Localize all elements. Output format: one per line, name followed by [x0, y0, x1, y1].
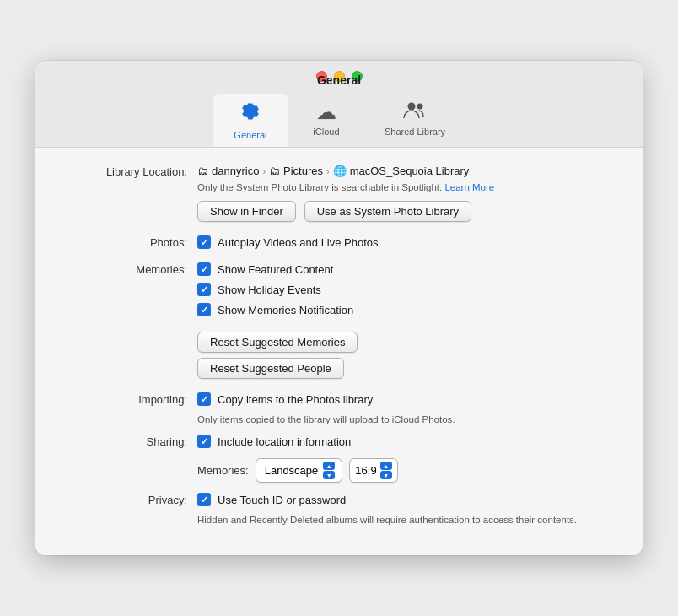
gear-icon — [239, 100, 261, 127]
orientation-up-arrow[interactable] — [323, 462, 335, 470]
memories-content: Show Featured Content Show Holiday Event… — [197, 262, 609, 382]
ratio-up-arrow[interactable] — [380, 462, 392, 470]
titlebar: General General ☁ iCloud — [35, 61, 643, 148]
ratio-arrows — [380, 462, 392, 479]
orientation-value: Landscape — [265, 464, 319, 477]
svg-point-1 — [417, 104, 423, 110]
location-checkbox[interactable] — [197, 435, 211, 448]
reset-people-button-row: Reset Suggested People — [197, 358, 609, 379]
library-buttons: Show in Finder Use as System Photo Libra… — [197, 201, 609, 222]
breadcrumb-user: dannyrico — [212, 165, 259, 177]
sep2: › — [326, 166, 330, 176]
library-location-content: 🗂 dannyrico › 🗂 Pictures › 🌐 macOS_Sequo… — [197, 165, 609, 225]
autoplay-label: Autoplay Videos and Live Photos — [218, 236, 379, 249]
window-title: General — [317, 73, 361, 87]
cloud-icon: ☁ — [316, 100, 336, 124]
folder-icon-user: 🗂 — [197, 165, 208, 177]
orientation-stepper[interactable]: Landscape — [256, 458, 343, 483]
holiday-events-label: Show Holiday Events — [218, 284, 321, 296]
breadcrumb: 🗂 dannyrico › 🗂 Pictures › 🌐 macOS_Sequo… — [197, 165, 609, 177]
tab-shared-library[interactable]: Shared Library — [364, 94, 465, 147]
touchid-note: Hidden and Recently Deleted albums will … — [197, 515, 609, 525]
reset-memories-button[interactable]: Reset Suggested Memories — [197, 332, 358, 353]
memories-stepper-row: Memories: Landscape 16:9 — [197, 458, 609, 483]
memories-section-label: Memories: — [69, 262, 187, 276]
tab-general[interactable]: General — [213, 94, 288, 147]
featured-content-checkbox[interactable] — [197, 262, 211, 276]
content-area: Library Location: 🗂 dannyrico › 🗂 Pictur… — [35, 148, 643, 555]
photos-label: Photos: — [69, 235, 187, 249]
orientation-arrows — [323, 462, 335, 479]
copy-items-label: Copy items to the Photos library — [218, 393, 373, 406]
importing-label: Importing: — [69, 392, 187, 406]
privacy-label: Privacy: — [69, 493, 187, 506]
tab-icloud-label: iCloud — [313, 127, 339, 137]
privacy-row: Privacy: Use Touch ID or password Hidden… — [69, 493, 609, 525]
breadcrumb-pictures: Pictures — [283, 165, 323, 177]
copy-items-checkbox[interactable] — [197, 392, 211, 406]
autoplay-checkbox[interactable] — [197, 235, 211, 249]
touchid-checkbox[interactable] — [197, 493, 211, 506]
sharing-content: Include location information Memories: L… — [197, 435, 609, 483]
importing-row: Importing: Copy items to the Photos libr… — [69, 392, 609, 424]
holiday-events-checkbox[interactable] — [197, 283, 211, 296]
photos-row: Photos: Autoplay Videos and Live Photos — [69, 235, 609, 252]
memories-notification-checkbox[interactable] — [197, 303, 211, 316]
tab-shared-library-label: Shared Library — [385, 127, 445, 137]
sep1: › — [262, 166, 266, 176]
spotlight-note: Only the System Photo Library is searcha… — [197, 182, 609, 192]
featured-content-row: Show Featured Content — [197, 262, 609, 276]
sharing-row: Sharing: Include location information Me… — [69, 435, 609, 483]
memories-notification-label: Show Memories Notification — [218, 304, 353, 316]
location-label: Include location information — [218, 435, 351, 448]
tab-general-label: General — [234, 130, 266, 140]
sharing-label: Sharing: — [69, 435, 187, 448]
photos-content: Autoplay Videos and Live Photos — [197, 235, 609, 252]
copy-items-row: Copy items to the Photos library — [197, 392, 609, 406]
ratio-value: 16:9 — [355, 464, 376, 477]
toolbar: General ☁ iCloud Shared Library — [213, 94, 465, 147]
orientation-down-arrow[interactable] — [323, 471, 335, 479]
svg-point-0 — [408, 103, 416, 111]
holiday-events-row: Show Holiday Events — [197, 283, 609, 296]
library-location-row: Library Location: 🗂 dannyrico › 🗂 Pictur… — [69, 165, 609, 225]
autoplay-row: Autoplay Videos and Live Photos — [197, 235, 609, 249]
library-location-label: Library Location: — [69, 165, 187, 178]
memories-row: Memories: Show Featured Content Show Hol… — [69, 262, 609, 382]
show-in-finder-button[interactable]: Show in Finder — [197, 201, 296, 222]
folder-icon-pictures: 🗂 — [269, 165, 280, 177]
touchid-label: Use Touch ID or password — [218, 494, 346, 506]
use-as-system-library-button[interactable]: Use as System Photo Library — [304, 201, 471, 222]
touchid-row: Use Touch ID or password — [197, 493, 609, 506]
tab-icloud[interactable]: ☁ iCloud — [288, 94, 364, 147]
people-icon — [403, 100, 427, 124]
sharing-memories-label: Memories: — [197, 464, 249, 477]
memories-notification-row: Show Memories Notification — [197, 303, 609, 316]
learn-more-link[interactable]: Learn More — [444, 182, 494, 192]
reset-buttons: Reset Suggested Memories — [197, 332, 609, 353]
copy-items-note: Only items copied to the library will up… — [197, 414, 609, 424]
ratio-stepper[interactable]: 16:9 — [349, 458, 397, 483]
ratio-down-arrow[interactable] — [380, 471, 392, 479]
memories-buttons: Reset Suggested Memories Reset Suggested… — [197, 327, 609, 382]
breadcrumb-library: macOS_Sequoia Library — [350, 165, 470, 177]
privacy-content: Use Touch ID or password Hidden and Rece… — [197, 493, 609, 525]
importing-content: Copy items to the Photos library Only it… — [197, 392, 609, 424]
featured-content-label: Show Featured Content — [218, 263, 333, 276]
location-row: Include location information — [197, 435, 609, 448]
main-window: General General ☁ iCloud — [35, 61, 643, 555]
reset-people-button[interactable]: Reset Suggested People — [197, 358, 344, 379]
photos-icon: 🌐 — [333, 165, 347, 177]
